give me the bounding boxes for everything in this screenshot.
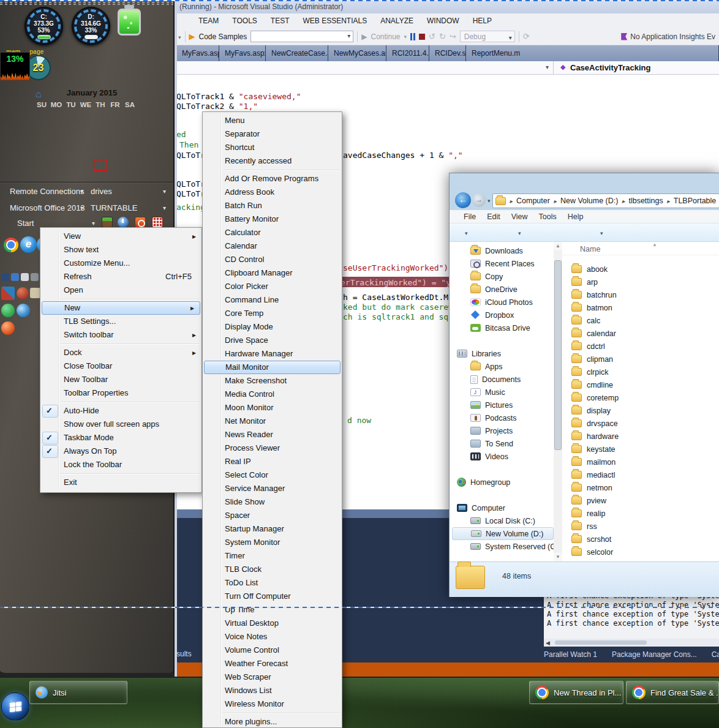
context-menu-item[interactable]: Exit xyxy=(40,476,201,489)
plugin-menu-item[interactable]: Up Time xyxy=(203,603,342,617)
plugin-menu-item[interactable]: Clipboard Manager xyxy=(203,266,342,280)
calendar-day[interactable] xyxy=(78,159,93,171)
file-item[interactable]: scrshot xyxy=(563,533,719,546)
nav-item[interactable]: Recent Places xyxy=(452,257,554,270)
panel-tab[interactable]: Parallel Watch 1 xyxy=(544,650,597,659)
chevron-down-icon[interactable]: ▾ xyxy=(546,64,549,70)
app-icon[interactable] xyxy=(1,287,15,300)
app-icon[interactable] xyxy=(31,273,39,281)
file-item[interactable]: clrpick xyxy=(563,366,719,378)
plugin-menu-item[interactable]: Web Scraper xyxy=(203,670,342,684)
context-menu-item[interactable]: Taskbar Mode xyxy=(40,431,201,445)
calendar-day[interactable] xyxy=(34,124,49,136)
plugin-menu-item[interactable]: Spacer xyxy=(203,509,342,522)
plugin-menu-item[interactable]: Real IP xyxy=(203,455,342,468)
calendar-day[interactable] xyxy=(78,171,93,182)
calendar-day[interactable] xyxy=(78,124,93,136)
context-menu-item[interactable]: Auto-Hide xyxy=(40,404,201,418)
context-menu-item[interactable] xyxy=(40,400,201,404)
app-icon[interactable] xyxy=(21,273,29,281)
calendar-day[interactable] xyxy=(108,124,122,136)
context-menu-item[interactable]: TLB Settings... xyxy=(40,315,201,328)
calendar-day[interactable] xyxy=(122,136,137,148)
pause-icon[interactable] xyxy=(410,33,415,40)
explorer-menu-item[interactable]: View xyxy=(508,212,531,221)
calendar-day[interactable] xyxy=(64,113,78,124)
calendar-day[interactable] xyxy=(34,171,49,182)
context-menu-item[interactable] xyxy=(40,342,201,346)
app-icon[interactable] xyxy=(1,321,15,335)
calendar-day[interactable] xyxy=(34,148,49,159)
panel-tab[interactable]: Package Manager Cons... xyxy=(612,650,697,659)
calendar-day[interactable] xyxy=(78,148,93,159)
method-dropdown[interactable]: CaseActivityTracking xyxy=(570,61,651,75)
app-icon[interactable] xyxy=(30,288,40,298)
file-item[interactable]: rss xyxy=(563,520,719,533)
plugin-menu-item[interactable] xyxy=(203,711,342,715)
calendar-day[interactable] xyxy=(78,136,93,148)
results-panel-tab[interactable]: sults xyxy=(176,646,192,662)
plugin-menu-item[interactable]: Turn Off Computer xyxy=(203,590,342,603)
calendar-day[interactable] xyxy=(49,171,64,182)
plugin-menu-item[interactable]: Calculator xyxy=(203,226,342,239)
file-item[interactable]: clipman xyxy=(563,353,719,366)
plugin-menu-item[interactable]: Mail Monitor xyxy=(204,361,341,374)
vs-document-tab[interactable]: ReportMenu.m xyxy=(466,45,719,61)
office-row[interactable]: Microsoft Office 2013▾ TURNTABLE▾ xyxy=(0,200,173,216)
chevron-down-icon[interactable]: ▾ xyxy=(163,200,166,216)
context-menu-item[interactable]: View xyxy=(40,230,201,243)
calendar-day[interactable] xyxy=(108,113,122,124)
nav-item[interactable]: Dropbox xyxy=(452,309,554,321)
code-samples-combobox[interactable] xyxy=(250,31,353,42)
nav-item[interactable]: Libraries xyxy=(452,347,554,360)
panel-tab[interactable]: Call Stack xyxy=(712,650,719,659)
refresh-icon[interactable]: ⟳ xyxy=(523,32,530,41)
calendar-day[interactable] xyxy=(49,124,64,136)
vs-title-bar[interactable]: (Running) - Microsoft Visual Studio (Adm… xyxy=(175,0,719,13)
home-icon[interactable]: ⌂ xyxy=(36,89,42,100)
breadcrumb-segment[interactable]: tlbsettings xyxy=(618,197,663,205)
calendar-day[interactable] xyxy=(122,159,137,171)
calendar-day[interactable] xyxy=(49,113,64,124)
context-menu-item[interactable]: Dock xyxy=(40,346,201,359)
stop-icon[interactable] xyxy=(419,34,425,40)
plugin-menu-item[interactable]: Startup Manager xyxy=(203,522,342,536)
context-menu-item[interactable]: Close Toolbar xyxy=(40,359,201,373)
plugin-menu-item[interactable]: Wireless Monitor xyxy=(203,697,342,711)
plugin-menu-item[interactable]: Color Picker xyxy=(203,280,342,293)
nav-item[interactable]: iCloud Photos xyxy=(452,296,554,309)
battery-icon[interactable] xyxy=(118,9,141,36)
plugin-menu-item[interactable]: Add Or Remove Programs xyxy=(203,172,342,186)
plugin-menu-item[interactable]: Windows List xyxy=(203,684,342,697)
cpu-graph[interactable]: 13% xyxy=(0,52,30,81)
calendar-day[interactable] xyxy=(64,148,78,159)
vs-menu-item[interactable]: TEAM xyxy=(192,13,225,28)
plugin-menu-item[interactable]: Volume Control xyxy=(203,644,342,657)
calendar-day[interactable] xyxy=(122,148,137,159)
nav-item[interactable]: Computer xyxy=(452,501,554,514)
vs-document-tab[interactable]: NewMyCases.aspx.vb xyxy=(328,45,386,61)
plugin-menu-item[interactable]: TLB Clock xyxy=(203,563,342,576)
context-menu-item[interactable]: Always On Top xyxy=(40,445,201,458)
calendar-day[interactable] xyxy=(122,124,137,136)
continue-button[interactable]: Continue xyxy=(371,32,400,41)
context-menu-item[interactable]: Show over full screen apps xyxy=(40,418,201,431)
file-item[interactable]: abook xyxy=(563,263,719,276)
chrome-icon[interactable] xyxy=(4,238,18,252)
nav-item[interactable]: Homegroup xyxy=(452,476,554,489)
calendar-day[interactable] xyxy=(34,159,49,171)
plugin-menu-item[interactable]: Select Color xyxy=(203,468,342,482)
remote-connections-row[interactable]: Remote Connections▾ drives▾ xyxy=(0,184,173,200)
calendar-day[interactable] xyxy=(64,124,78,136)
calendar-day[interactable] xyxy=(34,136,49,148)
calendar-day[interactable] xyxy=(64,171,78,182)
vs-document-tab[interactable]: RCIDev.sln xyxy=(429,45,466,61)
taskbar-button[interactable]: Find Great Sale & ... xyxy=(626,681,719,704)
breadcrumb-segment[interactable]: Computer xyxy=(506,197,550,205)
context-menu-item[interactable]: Switch toolbar xyxy=(40,328,201,342)
calendar-day[interactable] xyxy=(93,148,108,159)
step-over-icon[interactable]: ↻ xyxy=(439,32,446,41)
context-menu-item[interactable]: Refresh Ctrl+F5 xyxy=(40,270,201,283)
context-menu-item[interactable]: Show text xyxy=(40,243,201,257)
nav-item[interactable]: Podcasts xyxy=(452,411,554,424)
